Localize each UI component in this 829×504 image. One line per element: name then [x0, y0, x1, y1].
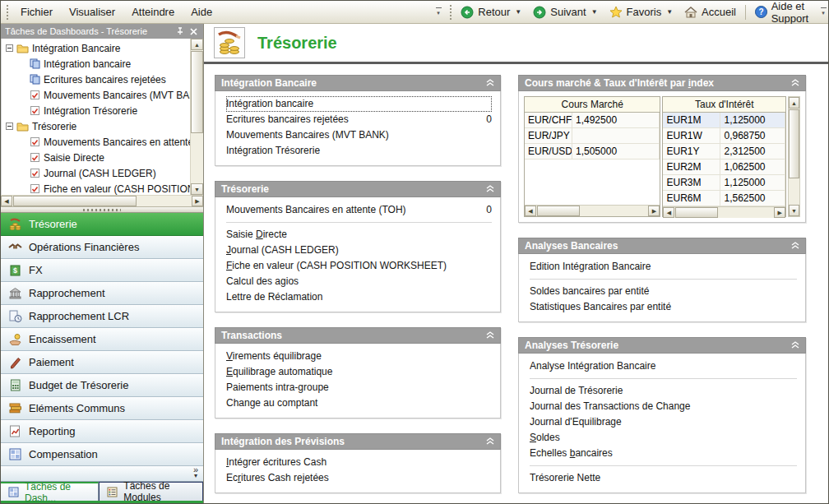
scrollbar-thumb[interactable]	[13, 196, 137, 206]
rate-row[interactable]: EUR/CHF1,492500	[525, 113, 660, 128]
interest-grid-vertical-scrollbar[interactable]: ▲ ▼	[788, 96, 800, 217]
task-link[interactable]: Soldes	[530, 430, 797, 446]
configure-buttons-chevron[interactable]: »▾	[193, 466, 198, 479]
task-link[interactable]: Paiements intra-groupe	[226, 380, 492, 395]
home-button[interactable]: Accueil	[678, 3, 742, 21]
task-link[interactable]: Soldes bancaires par entité	[530, 284, 797, 299]
sidebar-item-tresorerie[interactable]: Trésorerie	[1, 213, 203, 236]
toolbar-overflow-button[interactable]: ▾	[820, 3, 827, 21]
dropdown-caret-icon[interactable]: ▼	[666, 8, 673, 16]
sidebar-item-encaissement[interactable]: Encaissement	[1, 328, 203, 351]
close-button[interactable]	[188, 26, 199, 37]
tree-node[interactable]: Fiche en valeur (CASH POSITION WORKSHEET…	[2, 181, 190, 195]
interest-grid-horizontal-scrollbar[interactable]: ◀▶	[663, 206, 785, 218]
scroll-up-icon[interactable]: ▲	[191, 39, 203, 50]
tree-node-folder[interactable]: Trésorerie	[2, 118, 190, 134]
task-link[interactable]: Journal (CASH LEDGER)	[226, 243, 492, 258]
scroll-up-icon[interactable]: ▲	[789, 97, 799, 109]
help-support-button[interactable]: ? Aide et Support	[749, 0, 820, 27]
scroll-down-icon[interactable]: ▼	[191, 183, 203, 195]
tab-taches-de-dashboards[interactable]: Tâches de Dash...	[1, 482, 99, 501]
task-link[interactable]: Fiche en valeur (CASH POSITION WORKSHEET…	[226, 258, 492, 274]
rate-row[interactable]: EUR6M1,562500	[663, 191, 785, 206]
menu-aide[interactable]: Aide	[183, 2, 220, 21]
scroll-right-icon[interactable]: ▶	[192, 196, 203, 206]
panel-header[interactable]: Intégration Bancaire	[215, 75, 501, 91]
scroll-left-icon[interactable]: ◀	[1, 196, 12, 206]
task-link[interactable]: Change au comptant	[226, 395, 492, 411]
panel-header[interactable]: Trésorerie	[215, 181, 501, 197]
column-header[interactable]: Taux d'Intérêt	[663, 97, 785, 113]
tree-node[interactable]: Intégration bancaire	[2, 56, 190, 72]
panel-header[interactable]: Analyses Trésorerie	[518, 337, 806, 354]
menu-atteindre[interactable]: Atteindre	[123, 2, 183, 21]
task-link[interactable]: Virements équilibrage	[226, 349, 492, 364]
task-link[interactable]: Saisie Directe	[226, 227, 492, 243]
rate-row[interactable]: EUR1W0,968750	[663, 128, 785, 144]
collapse-chevron-icon[interactable]	[791, 77, 799, 89]
tree-node-folder[interactable]: Intégration Bancaire	[2, 40, 190, 56]
task-link[interactable]: Journal des Transactions de Change	[530, 399, 797, 414]
task-link[interactable]: Journal de Trésorerie	[530, 383, 797, 399]
sidebar-item-operations-financieres[interactable]: Opérations Financières	[1, 236, 203, 259]
panel-header[interactable]: Cours marché & Taux d'Intérêt par index	[518, 75, 806, 91]
task-link[interactable]: Echelles bancaires	[530, 446, 797, 461]
menu-visualiser[interactable]: Visualiser	[61, 2, 123, 21]
menu-fichier[interactable]: Fichier	[12, 2, 61, 21]
dropdown-caret-icon[interactable]: ▼	[591, 8, 598, 16]
scrollbar-thumb[interactable]	[537, 206, 580, 216]
panel-header[interactable]: Intégration des Prévisions	[215, 433, 501, 450]
task-link[interactable]: Calcul des agios	[226, 274, 492, 289]
sidebar-item-elements-communs[interactable]: Eléments Communs	[1, 397, 203, 420]
collapse-chevron-icon[interactable]	[486, 436, 494, 447]
rate-row[interactable]: EUR1Y2,312500	[663, 144, 785, 160]
collapse-chevron-icon[interactable]	[791, 240, 799, 252]
panel-header[interactable]: Analyses Bancaires	[518, 238, 806, 254]
rate-row[interactable]: EUR3M1,125000	[663, 175, 785, 191]
rate-row[interactable]: EUR/USD1,505000	[525, 144, 660, 160]
task-link[interactable]: Journal d'Equilibrage	[530, 414, 797, 430]
tree-node[interactable]: Journal (CASH LEDGER)	[2, 165, 190, 181]
rate-row[interactable]: EUR/JPY	[525, 128, 660, 144]
sidebar-item-paiement[interactable]: Paiement	[1, 351, 203, 374]
tree-node[interactable]: Intégration Trésorerie	[2, 103, 190, 118]
task-link[interactable]: Intégration bancaire	[226, 96, 492, 112]
scroll-left-icon[interactable]: ◀	[663, 207, 674, 218]
scroll-right-icon[interactable]: ▶	[774, 207, 785, 218]
toolbar-grip[interactable]	[449, 5, 452, 20]
task-link[interactable]: Statistiques Bancaires par entité	[530, 299, 797, 315]
collapse-chevron-icon[interactable]	[486, 183, 494, 195]
collapse-chevron-icon[interactable]	[791, 340, 799, 351]
sidebar-item-budget-tresorerie[interactable]: Budget de Trésorerie	[1, 374, 203, 397]
collapse-node-icon[interactable]	[6, 44, 13, 52]
scrollbar-thumb[interactable]	[191, 51, 203, 133]
panel-splitter[interactable]	[1, 206, 203, 213]
task-link[interactable]: Trésorerie Nette	[530, 470, 797, 486]
task-link[interactable]: Ecritures Cash rejetées	[226, 470, 492, 486]
task-link[interactable]: Ecritures bancaires rejetées0	[226, 112, 492, 127]
tree-node[interactable]: Ecritures bancaires rejetées	[2, 72, 190, 87]
task-link[interactable]: Intégration Trésorerie	[226, 143, 492, 159]
pin-button[interactable]	[174, 26, 185, 37]
task-link[interactable]: Analyse Intégration Bancaire	[530, 358, 797, 374]
sidebar-item-fx[interactable]: $ FX	[1, 259, 203, 282]
rate-row[interactable]: EUR2M1,062500	[663, 160, 785, 175]
sidebar-item-rapprochement-lcr[interactable]: Rapprochement LCR	[1, 305, 203, 328]
market-grid-horizontal-scrollbar[interactable]: ◀▶	[525, 205, 660, 216]
tree-vertical-scrollbar[interactable]: ▲ ▼	[190, 39, 203, 195]
task-link[interactable]: Mouvements Bancaires (MVT BANK)	[226, 127, 492, 143]
scroll-left-icon[interactable]: ◀	[525, 206, 536, 216]
menubar-overflow-button[interactable]: ▾	[433, 3, 443, 21]
sidebar-item-compensation[interactable]: Compensation	[1, 443, 203, 466]
forward-button[interactable]: Suivant ▼	[527, 3, 603, 21]
column-header[interactable]: Cours Marché	[525, 97, 660, 113]
tree-node[interactable]: Mouvements Bancaires en attente (TOH)	[2, 134, 190, 150]
rate-row[interactable]: EUR1M1,125000	[663, 113, 785, 128]
tree-horizontal-scrollbar[interactable]: ◀ ▶	[1, 195, 203, 206]
tree-node[interactable]: Saisie Directe	[2, 150, 190, 165]
collapse-node-icon[interactable]	[6, 123, 13, 130]
task-link[interactable]: Intégrer écritures Cash	[226, 455, 492, 470]
collapse-chevron-icon[interactable]	[486, 330, 494, 341]
collapse-chevron-icon[interactable]	[486, 77, 494, 89]
favorites-button[interactable]: Favoris ▼	[604, 3, 679, 21]
